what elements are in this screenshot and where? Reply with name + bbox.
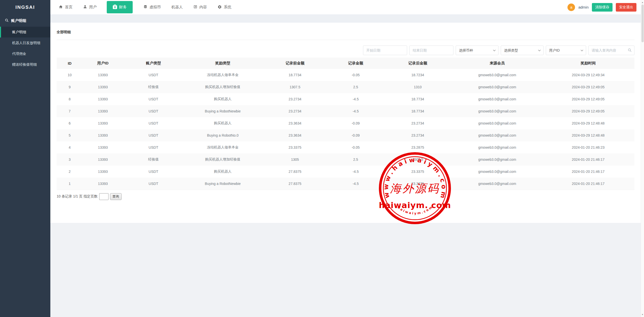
gear-icon	[218, 5, 222, 10]
table-cell: 27.8375	[262, 166, 328, 178]
table-cell: 18.7734	[383, 93, 452, 105]
table-cell: 13393	[83, 105, 123, 117]
nav-item-finance[interactable]: ¥ 财务	[107, 1, 133, 13]
nav-item-content[interactable]: 内容	[193, 0, 207, 14]
sidebar-item-robot-daily-grant[interactable]: 机器人日发放明细	[0, 37, 50, 48]
content-panel: 全部明细 选择币种 选择类型 用户ID	[50, 23, 644, 223]
scroll-up-icon[interactable]: ▲	[641, 1, 644, 4]
userid-select-wrap: 用户ID	[546, 46, 586, 55]
table-cell: 7	[57, 105, 83, 117]
table-cell: 冻结机器人做单本金	[184, 141, 262, 153]
table-cell: 13393	[83, 69, 123, 81]
table-cell: 2024-01-20 21:46:17	[542, 166, 634, 178]
table-cell: 23.3375	[383, 178, 452, 190]
table-cell: Buying a RobotNo.0	[184, 129, 262, 141]
table-cell: 2024-03-29 12:49:34	[542, 69, 634, 81]
table-cell: -4.5	[328, 93, 383, 105]
table-cell: 23.2734	[383, 117, 452, 129]
nav-item-home[interactable]: 首页	[59, 0, 73, 14]
table-cell: gmoweb3.0@gmail.com	[452, 153, 542, 166]
table-cell: USDT	[123, 93, 184, 105]
table-cell: 13393	[83, 166, 123, 178]
table-cell: gmoweb3.0@gmail.com	[452, 117, 542, 129]
table-cell: 购买机器人	[184, 117, 262, 129]
table-cell: 6	[57, 117, 83, 129]
table-cell: 1310	[383, 81, 452, 93]
vertical-scrollbar[interactable]: ▲ ▼	[641, 0, 644, 317]
table-cell: 1307.5	[383, 153, 452, 166]
app-logo: INGSAI	[0, 0, 50, 14]
type-select[interactable]: 选择类型	[501, 46, 544, 55]
nav-item-label: 机器人	[171, 5, 183, 10]
scrollbar-thumb[interactable]	[641, 5, 644, 42]
breadcrumb-strip	[50, 14, 644, 23]
nav-item-system[interactable]: 系统	[218, 0, 231, 14]
finance-icon: ¥	[113, 5, 117, 9]
end-date-input[interactable]	[409, 46, 453, 55]
logout-button[interactable]: 安全退出	[616, 3, 636, 12]
table-cell: -0.09	[328, 117, 383, 129]
col-header-amount: 记录金额	[328, 58, 383, 69]
table-cell: -0.09	[328, 129, 383, 141]
nav-item-label: 首页	[65, 5, 73, 10]
page-number-input[interactable]	[99, 193, 109, 200]
col-header-userid: 用户ID	[83, 58, 123, 69]
sidebar-item-gifted-exp-details[interactable]: 赠送经验值明细	[0, 59, 50, 70]
table-row: 913393经验值购买机器人增加经验值1307.52.51310gmoweb3.…	[57, 81, 634, 93]
table-cell: 23.2734	[383, 129, 452, 141]
table-cell: gmoweb3.0@gmail.com	[452, 166, 542, 178]
table-cell: 13393	[83, 129, 123, 141]
start-date-input[interactable]	[363, 46, 407, 55]
nav-item-users[interactable]: 用户	[83, 0, 97, 14]
avatar[interactable]: a	[567, 4, 575, 11]
table-cell: gmoweb3.0@gmail.com	[452, 69, 542, 81]
scroll-down-icon[interactable]: ▼	[641, 313, 644, 316]
col-header-reward-time: 奖励时间	[542, 58, 634, 69]
table-cell: 2024-01-20 21:46:17	[542, 178, 634, 190]
nav-item-robots[interactable]: 机器人	[171, 0, 183, 14]
table-cell: USDT	[123, 117, 184, 129]
nav-item-label: 系统	[224, 5, 231, 10]
type-select-wrap: 选择类型	[501, 46, 544, 55]
top-navbar: 首页 用户 ¥ 财务 虚拟币 机器人 内容	[50, 0, 644, 14]
col-header-source-member: 来源会员	[452, 58, 542, 69]
clear-cache-button[interactable]: 清除缓存	[592, 3, 613, 12]
table-cell: -0.05	[328, 69, 383, 81]
currency-select[interactable]: 选择币种	[456, 46, 498, 55]
records-table: ID 用户ID 账户类型 奖励类型 记录前金额 记录金额 记录后金额 来源会员 …	[57, 58, 634, 190]
table-cell: USDT	[123, 141, 184, 153]
table-cell: Buying a RobotNewbie	[184, 178, 262, 190]
table-cell: gmoweb3.0@gmail.com	[452, 105, 542, 117]
nav-item-crypto[interactable]: 虚拟币	[143, 0, 161, 14]
table-cell: 23.3375	[383, 166, 452, 178]
table-cell: 18.7734	[262, 69, 328, 81]
sidebar-item-agent-commission[interactable]: 代理佣金	[0, 48, 50, 59]
table-row: 213393USDT购买机器人27.8375-4.523.3375gmoweb3…	[57, 166, 634, 178]
table-cell: -4.5	[328, 166, 383, 178]
table-cell: 13393	[83, 117, 123, 129]
sidebar-item-account-details[interactable]: 账户明细	[0, 27, 50, 37]
userid-select[interactable]: 用户ID	[546, 46, 586, 55]
col-header-amount-before: 记录前金额	[262, 58, 328, 69]
main-area: 首页 用户 ¥ 财务 虚拟币 机器人 内容	[50, 0, 644, 223]
col-header-account-type: 账户类型	[123, 58, 184, 69]
currency-select-wrap: 选择币种	[456, 46, 498, 55]
username[interactable]: admin	[578, 5, 589, 9]
table-cell: 13393	[83, 153, 123, 166]
col-header-reward-type: 奖励类型	[184, 58, 262, 69]
table-cell: 18.7734	[383, 105, 452, 117]
nav-item-label: 虚拟币	[150, 5, 161, 10]
table-cell: 3	[57, 153, 83, 166]
table-cell: 购买机器人	[184, 93, 262, 105]
table-cell: 23.2734	[262, 93, 328, 105]
table-cell: USDT	[123, 166, 184, 178]
table-cell: 2.5	[328, 81, 383, 93]
table-cell: 10	[57, 69, 83, 81]
topbar-right: a admin 清除缓存 安全退出	[567, 3, 636, 12]
pagination-summary: 10 条记录 1/1 页 指定页数	[57, 194, 98, 199]
table-cell: 2024-03-29 12:49:05	[542, 105, 634, 117]
nav-item-label: 内容	[199, 5, 207, 10]
table-cell: -0.05	[328, 141, 383, 153]
page-go-button[interactable]: 查询	[110, 193, 122, 200]
search-icon	[5, 18, 9, 23]
